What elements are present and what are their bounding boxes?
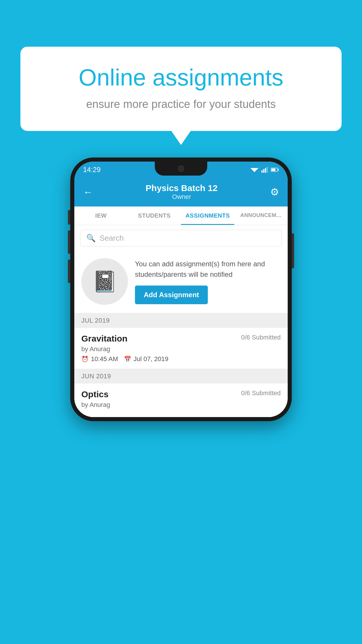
- info-description: You can add assignment(s) from here and …: [135, 259, 281, 280]
- section-label-jul: JUL 2019: [81, 317, 110, 324]
- search-placeholder: Search: [100, 234, 124, 243]
- phone-power-button: [292, 233, 294, 268]
- assignment-time-gravitation: ⏰ 10:45 AM: [81, 355, 118, 363]
- phone-notch: [155, 162, 207, 176]
- battery-icon: [271, 167, 279, 172]
- search-box[interactable]: 🔍 Search: [80, 230, 282, 246]
- info-text-area: You can add assignment(s) from here and …: [135, 259, 281, 304]
- speech-bubble: Online assignments ensure more practice …: [20, 47, 342, 131]
- add-assignment-button[interactable]: Add Assignment: [135, 286, 208, 304]
- search-icon: 🔍: [86, 234, 96, 243]
- tab-overview[interactable]: IEW: [74, 206, 128, 225]
- header-subtitle: Owner: [146, 193, 218, 201]
- header-title-group: Physics Batch 12 Owner: [146, 183, 218, 201]
- svg-rect-3: [265, 168, 266, 173]
- assignment-date-gravitation: 📅 Jul 07, 2019: [124, 355, 168, 363]
- assignment-item-gravitation[interactable]: Gravitation 0/6 Submitted by Anurag ⏰ 10…: [74, 328, 288, 369]
- tab-assignments[interactable]: ASSIGNMENTS: [181, 206, 234, 225]
- svg-rect-4: [267, 167, 268, 173]
- header-title: Physics Batch 12: [146, 183, 218, 193]
- calendar-icon: 📅: [124, 356, 131, 363]
- speech-bubble-subtitle: ensure more practice for your students: [41, 98, 321, 111]
- phone: 14:29: [70, 158, 292, 421]
- assignment-by-gravitation: by Anurag: [81, 345, 281, 353]
- assignment-name-gravitation: Gravitation: [81, 334, 127, 344]
- back-button[interactable]: ←: [83, 186, 93, 198]
- clock-icon: ⏰: [81, 356, 89, 363]
- speech-bubble-title: Online assignments: [41, 64, 321, 91]
- assignment-meta-gravitation: ⏰ 10:45 AM 📅 Jul 07, 2019: [81, 355, 281, 363]
- tabs-bar: IEW STUDENTS ASSIGNMENTS ANNOUNCEM…: [74, 206, 288, 225]
- phone-camera: [178, 165, 184, 172]
- assignment-name-optics: Optics: [81, 389, 108, 399]
- tab-students[interactable]: STUDENTS: [128, 206, 181, 225]
- svg-marker-0: [250, 168, 259, 172]
- app-header: ← Physics Batch 12 Owner ⚙: [74, 178, 288, 206]
- wifi-icon: [250, 167, 259, 173]
- svg-rect-1: [261, 170, 263, 173]
- assignment-item-optics[interactable]: Optics 0/6 Submitted by Anurag: [74, 384, 288, 417]
- phone-screen: 14:29: [74, 162, 288, 417]
- assignment-submitted-gravitation: 0/6 Submitted: [241, 334, 281, 341]
- section-header-jul: JUL 2019: [74, 313, 288, 328]
- assignment-submitted-optics: 0/6 Submitted: [241, 389, 281, 397]
- signal-icon: [261, 167, 268, 173]
- phone-volume-down-button: [68, 230, 70, 254]
- svg-rect-6: [278, 169, 279, 171]
- notebook-icon: 📓: [92, 270, 117, 293]
- section-label-jun: JUN 2019: [81, 372, 111, 380]
- info-card: 📓 You can add assignment(s) from here an…: [74, 251, 288, 313]
- phone-silent-button: [68, 260, 70, 283]
- status-icons: [250, 167, 279, 173]
- status-time: 14:29: [83, 166, 101, 174]
- section-header-jun: JUN 2019: [74, 369, 288, 384]
- svg-rect-2: [263, 169, 264, 173]
- assignment-by-optics: by Anurag: [81, 401, 281, 409]
- assignment-icon-circle: 📓: [81, 258, 128, 305]
- phone-volume-up-button: [68, 210, 70, 225]
- tab-announcements[interactable]: ANNOUNCEM…: [234, 206, 288, 225]
- settings-icon[interactable]: ⚙: [270, 186, 279, 198]
- svg-rect-7: [271, 169, 275, 171]
- search-container: 🔍 Search: [74, 225, 288, 251]
